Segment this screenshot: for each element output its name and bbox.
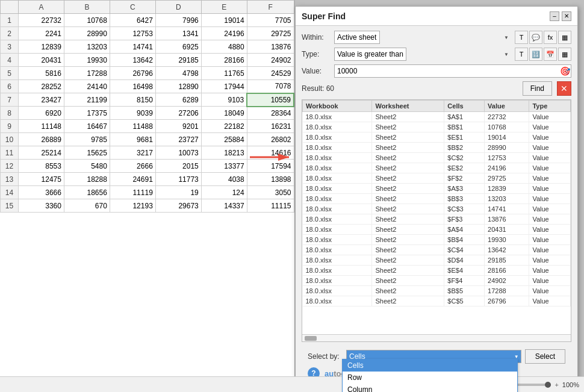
close-button[interactable]: ✕ (562, 11, 571, 21)
cell[interactable]: 3217 (110, 146, 155, 160)
cell[interactable]: 18213 (201, 146, 247, 160)
row-number[interactable]: 6 (1, 80, 19, 93)
select-button[interactable]: Select (525, 349, 565, 364)
calc-icon[interactable]: 🔢 (529, 48, 542, 61)
zoom-plus[interactable]: + (554, 381, 558, 388)
cell[interactable]: 28364 (247, 107, 294, 120)
cell[interactable]: 12753 (110, 27, 155, 40)
cell[interactable]: 7705 (247, 14, 294, 27)
result-row[interactable]: 18.0.xlsxSheet2$E$428166Value (303, 266, 571, 276)
row-number[interactable]: 14 (1, 186, 19, 199)
row-number[interactable]: 1 (1, 14, 19, 27)
cell[interactable]: 16467 (64, 120, 110, 133)
cell[interactable]: 24902 (247, 54, 294, 67)
row-number[interactable]: 9 (1, 120, 19, 133)
cell[interactable]: 18656 (64, 186, 110, 199)
cell[interactable]: 13377 (201, 160, 247, 173)
result-row[interactable]: 18.0.xlsxSheet2$F$313876Value (303, 214, 571, 225)
text-icon2[interactable]: T (515, 48, 528, 61)
result-row[interactable]: 18.0.xlsxSheet2$B$313203Value (303, 194, 571, 204)
cell[interactable]: 16231 (247, 120, 294, 133)
cell[interactable]: 11148 (19, 120, 64, 133)
row-number[interactable]: 10 (1, 133, 19, 146)
cell[interactable]: 12839 (19, 40, 64, 54)
row-number[interactable]: 12 (1, 160, 19, 173)
date-icon[interactable]: 📅 (544, 48, 557, 61)
result-row[interactable]: 18.0.xlsxSheet2$A$420431Value (303, 225, 571, 235)
comment-icon[interactable]: 💬 (529, 31, 542, 44)
cell[interactable]: 13898 (247, 173, 294, 186)
cell[interactable]: 27206 (155, 107, 201, 120)
cell[interactable]: 10559 (247, 93, 294, 107)
result-row[interactable]: 18.0.xlsxSheet2$B$419930Value (303, 235, 571, 245)
within-select[interactable]: Active sheet (334, 31, 380, 44)
cell[interactable]: 18288 (64, 173, 110, 186)
cell[interactable]: 28166 (201, 54, 247, 67)
cell[interactable]: 11119 (110, 186, 155, 199)
find-button[interactable]: Find (523, 81, 552, 96)
row-number[interactable]: 3 (1, 40, 19, 54)
cell[interactable]: 24196 (201, 27, 247, 40)
text-format-icon[interactable]: T (515, 31, 528, 44)
cell[interactable]: 29185 (155, 54, 201, 67)
result-row[interactable]: 18.0.xlsxSheet2$C$212753Value (303, 153, 571, 163)
cell[interactable]: 5480 (64, 160, 110, 173)
dropdown-item-row[interactable]: Row (343, 372, 517, 384)
cell[interactable]: 3050 (247, 186, 294, 199)
cell[interactable]: 15625 (64, 146, 110, 160)
zoom-slider[interactable] (515, 384, 551, 386)
formula-icon[interactable]: fx (544, 31, 557, 44)
result-row[interactable]: 18.0.xlsxSheet2$B$110768Value (303, 122, 571, 132)
cell[interactable]: 11773 (155, 173, 201, 186)
cell[interactable]: 12475 (19, 173, 64, 186)
grid-icon[interactable]: ▦ (558, 31, 571, 44)
value-input[interactable] (334, 64, 571, 78)
cell[interactable]: 28990 (64, 27, 110, 40)
cell[interactable]: 7996 (155, 14, 201, 27)
result-row[interactable]: 18.0.xlsxSheet2$B$228990Value (303, 143, 571, 153)
row-number[interactable]: 8 (1, 107, 19, 120)
cell[interactable]: 3666 (19, 186, 64, 199)
cell[interactable]: 29725 (247, 27, 294, 40)
cell[interactable]: 19 (155, 186, 201, 199)
cell[interactable]: 6920 (19, 107, 64, 120)
cell[interactable]: 14741 (110, 40, 155, 54)
clear-button[interactable]: ✕ (557, 81, 571, 96)
cell[interactable]: 25214 (19, 146, 64, 160)
minimize-button[interactable]: – (550, 11, 559, 21)
cell[interactable]: 20431 (19, 54, 64, 67)
cell[interactable]: 9039 (110, 107, 155, 120)
cell[interactable]: 6427 (110, 14, 155, 27)
cell[interactable]: 17288 (64, 67, 110, 80)
cell[interactable]: 19930 (64, 54, 110, 67)
cell[interactable]: 7078 (247, 80, 294, 93)
cell[interactable]: 4880 (201, 40, 247, 54)
result-row[interactable]: 18.0.xlsxSheet2$D$429185Value (303, 255, 571, 266)
row-number[interactable]: 15 (1, 199, 19, 213)
cell[interactable]: 2666 (110, 160, 155, 173)
cell[interactable]: 23727 (155, 133, 201, 146)
cell[interactable]: 3360 (19, 199, 64, 213)
cell[interactable]: 2241 (19, 27, 64, 40)
cell[interactable]: 24691 (110, 173, 155, 186)
cell[interactable]: 9201 (155, 120, 201, 133)
row-number[interactable]: 2 (1, 27, 19, 40)
cell[interactable]: 23427 (19, 93, 64, 107)
cell[interactable]: 17944 (201, 80, 247, 93)
result-row[interactable]: 18.0.xlsxSheet2$C$526796Value (303, 296, 571, 306)
cell[interactable]: 4798 (155, 67, 201, 80)
cell[interactable]: 22182 (201, 120, 247, 133)
horizontal-scrollbar[interactable] (302, 334, 571, 341)
type-select[interactable]: Value is greater than (334, 48, 406, 61)
result-row[interactable]: 18.0.xlsxSheet2$F$229725Value (303, 173, 571, 184)
cell[interactable]: 670 (64, 199, 110, 213)
cell[interactable]: 10073 (155, 146, 201, 160)
cell[interactable]: 18049 (201, 107, 247, 120)
result-row[interactable]: 18.0.xlsxSheet2$C$413642Value (303, 245, 571, 255)
cell[interactable]: 5816 (19, 67, 64, 80)
result-row[interactable]: 18.0.xlsxSheet2$E$224196Value (303, 163, 571, 173)
cell[interactable]: 12193 (110, 199, 155, 213)
cell[interactable]: 26796 (110, 67, 155, 80)
cell[interactable]: 4038 (201, 173, 247, 186)
cell[interactable]: 14337 (201, 199, 247, 213)
